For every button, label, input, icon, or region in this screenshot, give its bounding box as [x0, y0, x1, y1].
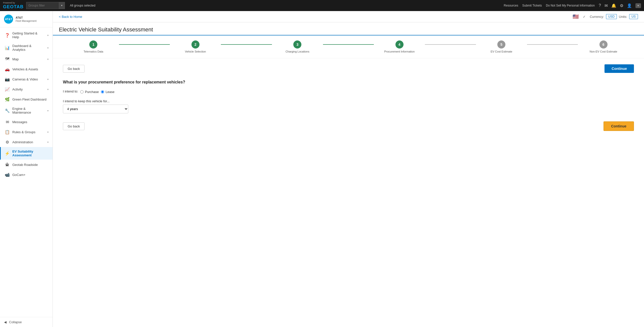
back-to-home-link[interactable]: < Back to Home — [59, 15, 82, 19]
chevron-icon-engine: ▾ — [47, 109, 49, 112]
nav-label-activity: Activity — [12, 87, 23, 91]
step-circle-3: 3 — [293, 40, 301, 49]
geotab-logo: GEOTAB — [3, 4, 24, 10]
content-area: < Back to Home 🇺🇸 ✓ Currency: USD Units:… — [53, 11, 644, 327]
sidebar-item-dashboard[interactable]: 📊 Dashboard & Analytics ▾ — [0, 41, 53, 54]
page-title: Electric Vehicle Suitability Assessment — [59, 26, 638, 33]
step-connector-2 — [221, 44, 272, 45]
nav-icon-cameras: 📷 — [5, 77, 10, 82]
nav-label-rules: Rules & Groups — [12, 130, 35, 134]
chevron-icon-rules: ▾ — [47, 131, 49, 133]
years-select[interactable]: 1 year2 years3 years4 years5 years6 year… — [63, 105, 128, 113]
nav-icon-gocam: 📹 — [5, 172, 10, 177]
help-icon[interactable]: ? — [599, 3, 601, 8]
gear-icon[interactable]: ⚙ — [620, 3, 623, 8]
nav-label-engine: Engine & Maintenance — [12, 107, 45, 114]
lease-option[interactable]: Lease — [101, 90, 114, 94]
sidebar-item-messages[interactable]: ✉ Messages — [0, 117, 53, 127]
nav-label-cameras: Cameras & Video — [12, 77, 38, 81]
sidebar-item-vehicles[interactable]: 🚗 Vehicles & Assets — [0, 64, 53, 74]
step-circle-6: 6 — [599, 40, 608, 49]
powered-by-label: Powered by — [3, 2, 24, 4]
purchase-option[interactable]: Purchase — [80, 90, 99, 94]
att-brand: AT&T — [16, 16, 36, 19]
nav-icon-activity: 📈 — [5, 87, 10, 92]
continue-top-button[interactable]: Continue — [605, 64, 634, 73]
sidebar-item-map[interactable]: 🗺 Map ▾ — [0, 54, 53, 64]
page-title-bar: Electric Vehicle Suitability Assessment — [53, 22, 644, 35]
sidebar-item-getting-started[interactable]: ❓ Getting Started & Help ▾ — [0, 29, 53, 41]
chevron-icon-map: ▾ — [47, 58, 49, 61]
lease-radio[interactable] — [101, 90, 104, 94]
step-2: 2 Vehicle Selection — [170, 40, 221, 53]
user-badge[interactable]: ▾ — [635, 3, 641, 8]
chevron-icon-admin: ▾ — [47, 141, 49, 144]
bell-icon[interactable]: 🔔 — [611, 3, 616, 8]
step-circle-4: 4 — [395, 40, 404, 49]
step-3: 3 Charging Locations — [272, 40, 323, 53]
purchase-radio[interactable] — [80, 90, 84, 94]
step-connector-1 — [119, 44, 170, 45]
currency-label: Currency: — [590, 15, 604, 19]
nav-icon-vehicles: 🚗 — [5, 67, 10, 72]
header-right: 🇺🇸 ✓ Currency: USD Units: US — [573, 14, 638, 20]
collapse-button[interactable]: ◀ Collapse — [0, 317, 53, 327]
chevron-icon-getting-started: ▾ — [47, 34, 49, 37]
step-connector-3 — [323, 44, 374, 45]
groups-filter-dropdown-btn[interactable]: ▾ — [59, 2, 65, 9]
mail-icon[interactable]: ✉ — [605, 3, 608, 8]
all-groups-label: All groups selected — [70, 4, 95, 7]
groups-filter-wrapper: ▾ — [26, 2, 65, 9]
step-label-1: Telematics Data — [84, 50, 103, 53]
user-icon[interactable]: 👤 — [627, 3, 632, 8]
step-circle-1: 1 — [89, 40, 97, 49]
sidebar-logo: AT&T AT&T Fleet Management — [0, 11, 53, 27]
nav-label-getting-started: Getting Started & Help — [12, 31, 45, 39]
top-bar-links: Resources Submit Tickets Do Not Sell My … — [504, 4, 595, 7]
collapse-label: Collapse — [9, 320, 22, 324]
units-label: Units: — [619, 15, 627, 19]
nav-icon-messages: ✉ — [5, 119, 10, 124]
nav-icon-geotab-roadside: 🛣 — [5, 162, 10, 167]
sidebar-item-green-fleet[interactable]: 🌿 Green Fleet Dashboard — [0, 94, 53, 104]
currency-button[interactable]: USD — [606, 14, 617, 19]
sidebar-item-ev-suitability[interactable]: ⚡ EV Suitability Assessment — [0, 147, 53, 160]
currency-units: Currency: USD Units: US — [590, 14, 638, 19]
go-back-bottom-button[interactable]: Go back — [63, 122, 85, 130]
nav-label-vehicles: Vehicles & Assets — [12, 67, 38, 71]
nav-icon-dashboard: 📊 — [5, 45, 10, 50]
step-connector-5 — [527, 44, 578, 45]
go-back-top-button[interactable]: Go back — [63, 65, 85, 73]
units-button[interactable]: US — [629, 14, 638, 19]
step-5: 5 EV Cost Estimate — [476, 40, 527, 53]
nav-icon-rules: 📋 — [5, 129, 10, 134]
chevron-icon-cameras: ▾ — [47, 78, 49, 81]
groups-filter-input[interactable] — [26, 2, 59, 9]
sidebar-item-gocam[interactable]: 📹 GoCam+ — [0, 170, 53, 180]
sidebar-item-engine[interactable]: 🔧 Engine & Maintenance ▾ — [0, 104, 53, 117]
main-layout: AT&T AT&T Fleet Management ❓ Getting Sta… — [0, 11, 644, 327]
sidebar-item-activity[interactable]: 📈 Activity ▾ — [0, 84, 53, 94]
top-bar: Powered by GEOTAB ▾ All groups selected … — [0, 0, 644, 11]
att-logo-icon: AT&T — [4, 15, 13, 24]
procurement-question: What is your procurement preference for … — [63, 80, 634, 84]
lease-label: Lease — [106, 90, 114, 94]
top-bar-left: Powered by GEOTAB ▾ All groups selected — [3, 2, 95, 10]
nav-label-messages: Messages — [12, 120, 27, 124]
submit-tickets-link[interactable]: Submit Tickets — [522, 4, 542, 7]
sidebar-item-rules[interactable]: 📋 Rules & Groups ▾ — [0, 127, 53, 137]
nav-label-gocam: GoCam+ — [12, 173, 25, 177]
do-not-sell-link[interactable]: Do Not Sell My Personal Information — [546, 4, 595, 7]
nav-label-ev-suitability: EV Suitability Assessment — [12, 150, 49, 157]
intent-group: I intend to: Purchase Lease — [63, 89, 634, 94]
chevron-icon-activity: ▾ — [47, 88, 49, 91]
continue-bottom-button[interactable]: Continue — [603, 121, 634, 131]
step-label-2: Vehicle Selection — [185, 50, 206, 53]
sidebar-item-geotab-roadside[interactable]: 🛣 Geotab Roadside — [0, 160, 53, 170]
nav-label-green-fleet: Green Fleet Dashboard — [12, 98, 47, 101]
sidebar-item-admin[interactable]: ⚙ Administration ▾ — [0, 137, 53, 147]
step-6: 6 Non-EV Cost Estimate — [578, 40, 629, 53]
resources-link[interactable]: Resources — [504, 4, 518, 7]
sidebar-item-cameras[interactable]: 📷 Cameras & Video ▾ — [0, 74, 53, 84]
nav-label-admin: Administration — [12, 140, 33, 144]
